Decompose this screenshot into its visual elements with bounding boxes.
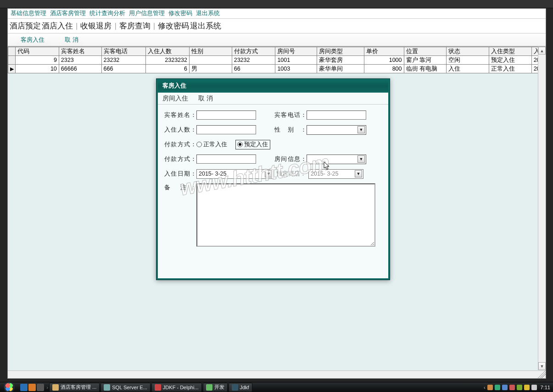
sub-cancel-button[interactable]: 取 消 <box>61 35 82 45</box>
table-row[interactable]: 9 2323 23232 2323232 23232 1001 豪华套房 100… <box>8 56 546 65</box>
memo-textarea[interactable] <box>196 183 375 247</box>
tray-clock[interactable]: 7:11 <box>541 385 550 390</box>
cell-loc[interactable]: 窗户 靠河 <box>404 56 447 65</box>
checkin-dialog: 客房入住 房间入住 取 消 宾客姓名： 宾客电话： 入住人数： 性别： <box>156 78 390 280</box>
resize-grip-icon[interactable] <box>537 370 546 379</box>
chevron-down-icon[interactable]: ▼ <box>357 155 365 163</box>
menu-item-basic[interactable]: 基础信息管理 <box>11 10 46 17</box>
menu-item-stats[interactable]: 统计查询分析 <box>89 10 125 17</box>
tray-icon[interactable] <box>495 385 500 390</box>
tray-icon[interactable] <box>487 385 493 390</box>
chevron-down-icon[interactable]: ▼ <box>355 170 362 177</box>
grid-col-loc[interactable]: 位置 <box>404 47 447 56</box>
cell-intype[interactable]: 预定入住 <box>489 56 531 65</box>
tool-password[interactable]: 修改密码 <box>158 21 189 31</box>
cell-room[interactable]: 1001 <box>275 56 317 65</box>
horizontal-scrollbar[interactable] <box>8 370 546 378</box>
tray-chevron-icon[interactable]: ‹ <box>484 385 486 390</box>
dialog-titlebar[interactable]: 客房入住 <box>156 79 390 91</box>
grid-col-code[interactable]: 代码 <box>16 47 59 56</box>
chevron-down-icon[interactable]: ▼ <box>357 126 365 133</box>
radio-reserved[interactable]: 预定入住 <box>235 140 270 149</box>
system-tray[interactable]: ‹ 7:11 <box>481 385 553 390</box>
cell-count[interactable]: 2323232 <box>146 56 190 65</box>
taskbar-item[interactable]: JDKF - Delphi... <box>151 383 202 392</box>
grid-col-count[interactable]: 入住人数 <box>146 47 190 56</box>
menu-item-password[interactable]: 修改密码 <box>168 10 192 17</box>
sex-combo[interactable]: ▼ <box>307 125 366 135</box>
cell-status[interactable]: 空闲 <box>447 56 489 65</box>
tool-reserve[interactable]: 酒店预定 <box>10 21 41 31</box>
cell-type[interactable]: 豪华单间 <box>317 65 364 73</box>
cell-sex[interactable] <box>189 56 232 65</box>
grid-col-phone[interactable]: 宾客电话 <box>101 47 146 56</box>
label-guest-name: 宾客姓名： <box>164 111 196 119</box>
grid-col-name[interactable]: 宾客姓名 <box>59 47 101 56</box>
chevron-down-icon[interactable]: ▼ <box>265 170 272 177</box>
tool-exit[interactable]: 退出系统 <box>190 21 221 31</box>
cell-phone[interactable]: 666 <box>101 65 146 73</box>
menu-item-users[interactable]: 用户信息管理 <box>129 10 165 17</box>
radio-normal[interactable]: 正常入住 <box>196 140 227 149</box>
cell-room[interactable]: 1003 <box>275 65 317 73</box>
due-date-picker[interactable]: 2015- 3-25 ▼ <box>308 169 363 179</box>
cell-sex[interactable]: 男 <box>189 65 232 73</box>
taskbar-item[interactable]: 开发 <box>203 383 228 392</box>
taskbar-item[interactable]: 酒店客房管理 ... <box>49 383 100 392</box>
cell-status[interactable]: 入住 <box>447 65 489 73</box>
sub-checkin-button[interactable]: 客房入住 <box>17 35 48 45</box>
cell-count[interactable]: 6 <box>146 65 190 73</box>
taskbar-item[interactable]: Jdkf <box>229 383 252 392</box>
cell-code[interactable]: 9 <box>16 56 59 65</box>
taskbar[interactable]: › 酒店客房管理 ... SQL Server E... JDKF - Delp… <box>0 382 553 392</box>
room-info-combo[interactable]: ▼ <box>307 155 366 164</box>
dialog-menu-checkin[interactable]: 房间入住 <box>162 94 188 103</box>
cell-price[interactable]: 1000 <box>364 56 404 65</box>
grid-col-sex[interactable]: 性别 <box>189 47 232 56</box>
tool-query[interactable]: 客房查询 <box>119 21 151 31</box>
checkin-date-picker[interactable]: 2015- 3-25 ▼ <box>196 169 274 179</box>
tray-icon[interactable] <box>502 385 508 390</box>
start-button[interactable] <box>0 382 18 392</box>
tool-checkout[interactable]: 收银退房 <box>80 21 112 31</box>
grid-col-type[interactable]: 房间类型 <box>317 47 364 56</box>
menu-item-exit[interactable]: 退出系统 <box>196 10 220 17</box>
label-due-date: 预定离店： <box>276 170 308 178</box>
scroll-down-icon[interactable]: ▼ <box>538 362 546 370</box>
grid-col-intype[interactable]: 入住类型 <box>489 47 531 56</box>
cell-intype[interactable]: 正常入住 <box>489 65 531 73</box>
grid-col-pay[interactable]: 付款方式 <box>232 47 275 56</box>
count-input[interactable] <box>196 125 256 134</box>
media-icon[interactable] <box>28 384 36 391</box>
cell-code[interactable]: 10 <box>16 65 59 73</box>
data-grid[interactable]: 代码 宾客姓名 宾客电话 入住人数 性别 付款方式 房间号 房间类型 单价 位置… <box>8 47 546 73</box>
vertical-scrollbar[interactable]: ▲ ▼ <box>538 47 546 370</box>
cell-price[interactable]: 800 <box>364 65 404 73</box>
guest-phone-input[interactable] <box>307 110 366 120</box>
dialog-menu-cancel[interactable]: 取 消 <box>198 94 213 103</box>
pay-mode-input[interactable] <box>196 155 256 164</box>
cell-phone[interactable]: 23232 <box>101 56 146 65</box>
tool-checkin[interactable]: 酒店入住 <box>42 21 73 31</box>
grid-col-price[interactable]: 单价 <box>364 47 404 56</box>
cell-pay[interactable]: 66 <box>232 65 275 73</box>
ie-icon[interactable] <box>20 384 28 391</box>
cell-pay[interactable]: 23232 <box>232 56 275 65</box>
network-icon[interactable] <box>517 385 522 390</box>
grid-col-status[interactable]: 状态 <box>447 47 489 56</box>
cell-name[interactable]: 66666 <box>59 65 101 73</box>
table-row[interactable]: ▶ 10 66666 666 6 男 66 1003 豪华单间 800 临街 有… <box>8 65 546 73</box>
scroll-up-icon[interactable]: ▲ <box>538 47 546 55</box>
taskbar-item[interactable]: SQL Server E... <box>101 383 151 392</box>
cell-loc[interactable]: 临街 有电脑 <box>404 65 447 73</box>
volume-icon[interactable] <box>531 385 537 390</box>
menu-item-rooms[interactable]: 酒店客房管理 <box>50 10 86 17</box>
shield-icon[interactable] <box>524 385 530 390</box>
grid-col-room[interactable]: 房间号 <box>275 47 317 56</box>
guest-name-input[interactable] <box>196 110 256 120</box>
tray-icon[interactable] <box>509 385 515 390</box>
desktop-icon[interactable] <box>37 384 44 391</box>
cell-name[interactable]: 2323 <box>59 56 101 65</box>
cell-type[interactable]: 豪华套房 <box>317 56 364 65</box>
windows-logo-icon <box>5 383 14 392</box>
